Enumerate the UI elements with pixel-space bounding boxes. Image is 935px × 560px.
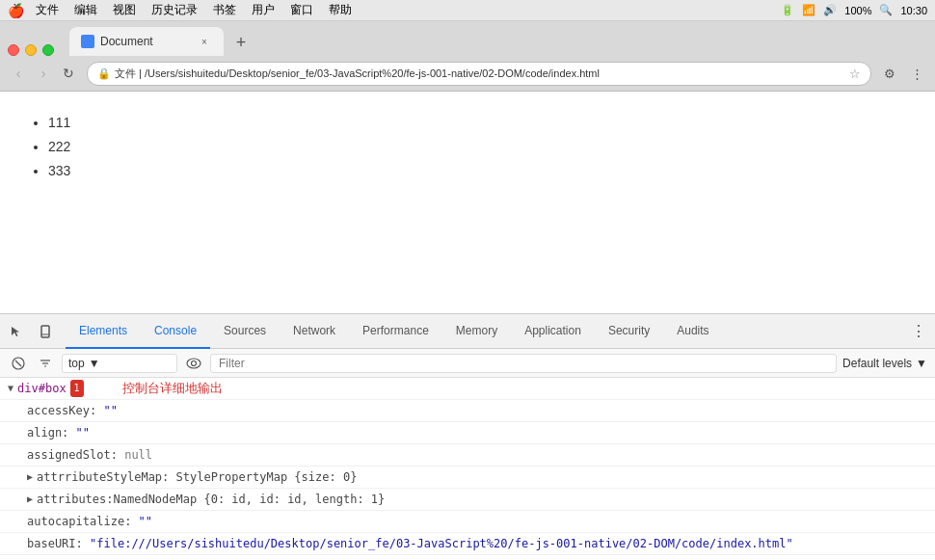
toggle-filter-button[interactable] [35, 353, 56, 374]
page-content: 111 222 333 [0, 92, 935, 313]
eye-button[interactable] [183, 353, 204, 374]
console-line: div#box 1 控制台详细地输出 [0, 378, 935, 400]
context-dropdown-arrow: ▼ [89, 357, 100, 370]
prop-attributes: attributes: [37, 491, 113, 508]
devtools-tabs: Elements Console Sources Network Perform… [0, 314, 935, 349]
maximize-button[interactable] [42, 44, 54, 56]
console-line: assignedSlot: null [0, 444, 935, 467]
menu-file[interactable]: 文件 [36, 2, 59, 18]
expand-arrow[interactable] [27, 491, 33, 508]
val-autocapitalize: "" [139, 513, 152, 530]
tab-performance[interactable]: Performance [349, 314, 442, 349]
svg-line-3 [15, 360, 21, 366]
prop-baseuri: baseURI: [27, 535, 83, 552]
expand-arrow[interactable] [27, 468, 33, 486]
close-button[interactable] [8, 44, 19, 56]
page-list: 111 222 333 [19, 111, 916, 184]
console-line: align: "" [0, 422, 935, 444]
console-toolbar: top ▼ Default levels ▼ [0, 349, 935, 378]
tab-bar: Document × + [0, 21, 935, 56]
expand-arrow[interactable] [8, 380, 13, 397]
menubar-right: 🔋 📶 🔊 100% 🔍 10:30 [781, 4, 927, 16]
default-levels-label: Default levels [842, 357, 912, 370]
bookmark-icon[interactable]: ☆ [849, 67, 861, 81]
url-text: 文件 | /Users/sishuitedu/Desktop/senior_fe… [115, 67, 845, 81]
macos-menubar: 🍎 文件 编辑 视图 历史记录 书签 用户 窗口 帮助 🔋 📶 🔊 100% 🔍… [0, 0, 935, 21]
search-icon[interactable]: 🔍 [879, 4, 893, 16]
devtools-icon-buttons [4, 319, 58, 344]
forward-button[interactable]: › [33, 63, 54, 84]
tab-console[interactable]: Console [141, 314, 210, 349]
context-selector[interactable]: top ▼ [62, 354, 177, 373]
back-button[interactable]: ‹ [8, 63, 29, 84]
volume-icon: 🔊 [823, 4, 837, 16]
prop-attributes-rest: NamedNodeMap {0: id, id: id, length: 1} [114, 491, 386, 508]
clear-console-button[interactable] [8, 353, 29, 374]
traffic-lights [8, 44, 54, 56]
tab-elements[interactable]: Elements [66, 314, 141, 349]
prop-autocapitalize: autocapitalize: [27, 513, 131, 530]
default-levels-arrow: ▼ [916, 357, 927, 370]
url-bar[interactable]: 🔒 文件 | /Users/sishuitedu/Desktop/senior_… [87, 62, 871, 86]
tab-audits[interactable]: Audits [663, 314, 722, 349]
menu-history[interactable]: 历史记录 [151, 2, 198, 18]
tab-memory[interactable]: Memory [442, 314, 511, 349]
extensions-button[interactable]: ⚙ [879, 63, 900, 84]
list-item: 222 [48, 135, 916, 159]
devtools-more-button[interactable]: ⋮ [906, 319, 931, 344]
list-item: 111 [48, 111, 916, 135]
svg-point-8 [192, 360, 197, 365]
browser-actions: ⚙ ⋮ [879, 63, 927, 84]
address-bar: ‹ › ↻ 🔒 文件 | /Users/sishuitedu/Desktop/s… [0, 56, 935, 91]
console-line: childElementCount: 1 [0, 555, 935, 560]
mobile-device-button[interactable] [33, 319, 58, 344]
dom-element-divbox: div#box [17, 380, 67, 397]
prop-align: align: [27, 424, 68, 441]
val-baseuri: "file:///Users/sishuitedu/Desktop/senior… [90, 535, 793, 552]
element-badge: 1 [70, 380, 84, 397]
console-line: attributes: NamedNodeMap {0: id, id: id,… [0, 489, 935, 511]
more-button[interactable]: ⋮ [906, 63, 927, 84]
menu-user[interactable]: 用户 [252, 2, 275, 18]
lock-icon: 🔒 [97, 67, 111, 80]
console-line: accessKey: "" [0, 400, 935, 422]
prop-assignedslot: assignedSlot: [27, 446, 118, 464]
console-line: autocapitalize: "" [0, 511, 935, 533]
menu-bookmarks[interactable]: 书签 [213, 2, 236, 18]
val-align: "" [76, 424, 90, 441]
wifi-icon: 📶 [802, 4, 815, 16]
val-assignedslot: null [124, 446, 152, 464]
menu-view[interactable]: 视图 [113, 2, 136, 18]
chinese-annotation: 控制台详细地输出 [122, 380, 223, 397]
default-levels-dropdown[interactable]: Default levels ▼ [842, 357, 927, 370]
browser-chrome: Document × + ‹ › ↻ 🔒 文件 | /Users/sishuit… [0, 21, 935, 92]
console-line: attrributeStyleMap: StylePropertyMap {si… [0, 467, 935, 489]
cursor-tool-button[interactable] [4, 319, 29, 344]
tab-favicon [81, 35, 94, 48]
tab-network[interactable]: Network [280, 314, 349, 349]
console-output: div#box 1 控制台详细地输出 accessKey: "" align: … [0, 378, 935, 560]
nav-buttons: ‹ › ↻ [8, 63, 79, 84]
menu-help[interactable]: 帮助 [329, 2, 352, 18]
battery-percent: 100% [844, 5, 871, 16]
refresh-button[interactable]: ↻ [58, 63, 79, 84]
tab-sources[interactable]: Sources [210, 314, 280, 349]
prop-accesskey: accessKey: [27, 402, 96, 419]
battery-icon: 🔋 [781, 4, 794, 16]
prop-attrstylemap-rest: ributeStyleMap: StylePropertyMap {size: … [65, 468, 357, 486]
minimize-button[interactable] [25, 44, 37, 56]
clock: 10:30 [900, 5, 927, 16]
filter-input[interactable] [210, 354, 837, 373]
tab-application[interactable]: Application [511, 314, 595, 349]
svg-point-7 [187, 359, 200, 368]
menu-window[interactable]: 窗口 [290, 2, 313, 18]
tab-title: Document [100, 35, 153, 48]
apple-menu[interactable]: 🍎 [8, 3, 24, 18]
tab-close-button[interactable]: × [197, 34, 212, 49]
browser-tab[interactable]: Document × [69, 27, 224, 56]
new-tab-button[interactable]: + [227, 29, 254, 56]
tab-security[interactable]: Security [595, 314, 663, 349]
svg-rect-0 [41, 326, 49, 337]
context-value: top [68, 357, 85, 370]
menu-edit[interactable]: 编辑 [74, 2, 97, 18]
